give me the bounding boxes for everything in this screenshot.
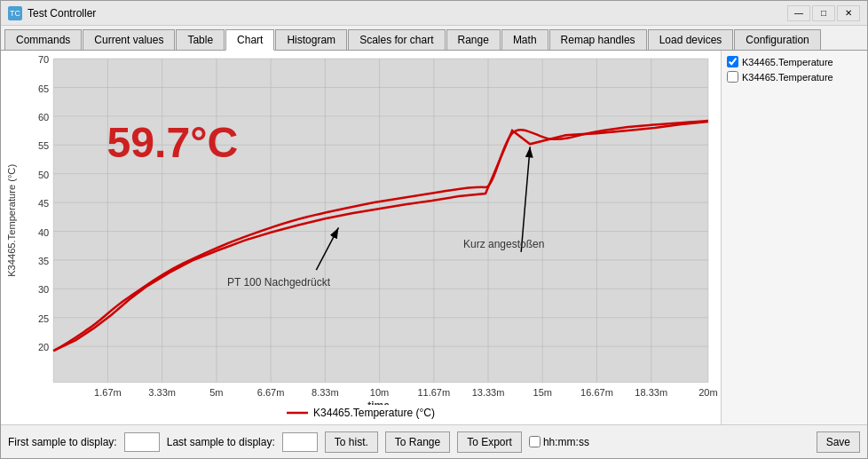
maximize-button[interactable]: □ <box>812 5 835 21</box>
tab-scales-for-chart[interactable]: Scales for chart <box>348 29 445 50</box>
svg-text:35: 35 <box>38 256 49 266</box>
sidebar-checkbox-1[interactable] <box>727 71 738 83</box>
chart-svg: 70 65 60 55 50 45 40 35 30 25 20 K34465.… <box>4 54 717 405</box>
chart-container: 70 65 60 55 50 45 40 35 30 25 20 K34465.… <box>4 54 717 405</box>
chart-area: 70 65 60 55 50 45 40 35 30 25 20 K34465.… <box>1 51 721 424</box>
title-bar: TC Test Controller — □ ✕ <box>1 1 867 26</box>
svg-text:15m: 15m <box>533 387 552 398</box>
svg-text:55: 55 <box>38 140 49 151</box>
svg-text:1.67m: 1.67m <box>94 387 122 398</box>
to-export-button[interactable]: To Export <box>457 431 522 453</box>
legend-line-icon <box>287 408 308 418</box>
tab-bar: Commands Current values Table Chart Hist… <box>1 26 867 51</box>
window-title: Test Controller <box>28 7 96 20</box>
tab-current-values[interactable]: Current values <box>83 29 175 50</box>
svg-text:time: time <box>367 400 390 405</box>
close-button[interactable]: ✕ <box>837 5 860 21</box>
tab-commands[interactable]: Commands <box>4 29 82 50</box>
svg-text:70: 70 <box>38 54 49 65</box>
title-left: TC Test Controller <box>8 6 96 20</box>
svg-text:65: 65 <box>38 83 49 93</box>
to-range-button[interactable]: To Range <box>385 431 450 453</box>
tab-range[interactable]: Range <box>446 29 501 50</box>
tab-configuration[interactable]: Configuration <box>734 29 820 50</box>
svg-text:30: 30 <box>38 284 49 295</box>
sidebar: K34465.Temperature K34465.Temperature <box>721 51 867 424</box>
sidebar-checkbox-0[interactable] <box>727 56 738 67</box>
tab-remap-handles[interactable]: Remap handles <box>549 29 647 50</box>
bottom-bar: First sample to display: Last sample to … <box>1 424 867 458</box>
first-sample-label: First sample to display: <box>8 436 117 448</box>
tab-load-devices[interactable]: Load devices <box>648 29 734 50</box>
sidebar-item-0: K34465.Temperature <box>727 56 862 67</box>
tab-chart[interactable]: Chart <box>225 29 274 51</box>
last-sample-input[interactable] <box>282 432 318 452</box>
minimize-button[interactable]: — <box>787 5 810 21</box>
svg-text:PT 100 Nachgedrückt: PT 100 Nachgedrückt <box>227 276 331 289</box>
legend-label: K34465.Temperature (°C) <box>313 407 435 419</box>
last-sample-label: Last sample to display: <box>167 436 275 448</box>
main-window: TC Test Controller — □ ✕ Commands Curren… <box>0 0 868 459</box>
svg-text:45: 45 <box>38 198 49 209</box>
svg-text:20m: 20m <box>698 387 717 398</box>
app-icon: TC <box>8 6 22 20</box>
svg-text:16.67m: 16.67m <box>580 387 613 398</box>
window-controls: — □ ✕ <box>787 5 860 21</box>
svg-text:K34465.Temperature (°C): K34465.Temperature (°C) <box>6 164 17 277</box>
main-content: 70 65 60 55 50 45 40 35 30 25 20 K34465.… <box>1 51 867 424</box>
hhmmss-checkbox[interactable] <box>529 436 541 447</box>
tab-table[interactable]: Table <box>176 29 225 50</box>
sidebar-label-1: K34465.Temperature <box>742 72 833 83</box>
svg-text:6.67m: 6.67m <box>257 387 285 398</box>
svg-text:8.33m: 8.33m <box>312 387 339 398</box>
svg-text:60: 60 <box>38 112 49 123</box>
svg-text:18.33m: 18.33m <box>635 387 667 398</box>
svg-text:10m: 10m <box>370 387 389 398</box>
sidebar-item-1: K34465.Temperature <box>727 71 862 83</box>
svg-text:25: 25 <box>38 313 49 324</box>
sidebar-label-0: K34465.Temperature <box>742 57 833 67</box>
tab-histogram[interactable]: Histogram <box>275 29 347 50</box>
to-hist-button[interactable]: To hist. <box>325 431 378 453</box>
hhmmss-label: hh:mm:ss <box>543 436 589 448</box>
svg-text:11.67m: 11.67m <box>417 387 450 398</box>
tab-math[interactable]: Math <box>501 29 548 50</box>
svg-text:Kurz angestoßen: Kurz angestoßen <box>463 238 545 250</box>
svg-text:5m: 5m <box>209 387 223 398</box>
save-button[interactable]: Save <box>817 431 860 453</box>
svg-rect-0 <box>53 59 708 383</box>
svg-text:59.7°C: 59.7°C <box>107 118 238 166</box>
svg-text:20: 20 <box>38 342 49 352</box>
svg-text:3.33m: 3.33m <box>148 387 176 398</box>
svg-text:40: 40 <box>38 227 49 238</box>
svg-text:13.33m: 13.33m <box>472 387 505 398</box>
hhmmss-container: hh:mm:ss <box>529 436 589 448</box>
chart-legend: K34465.Temperature (°C) <box>4 405 717 421</box>
svg-text:50: 50 <box>38 170 49 180</box>
first-sample-input[interactable] <box>124 432 160 452</box>
